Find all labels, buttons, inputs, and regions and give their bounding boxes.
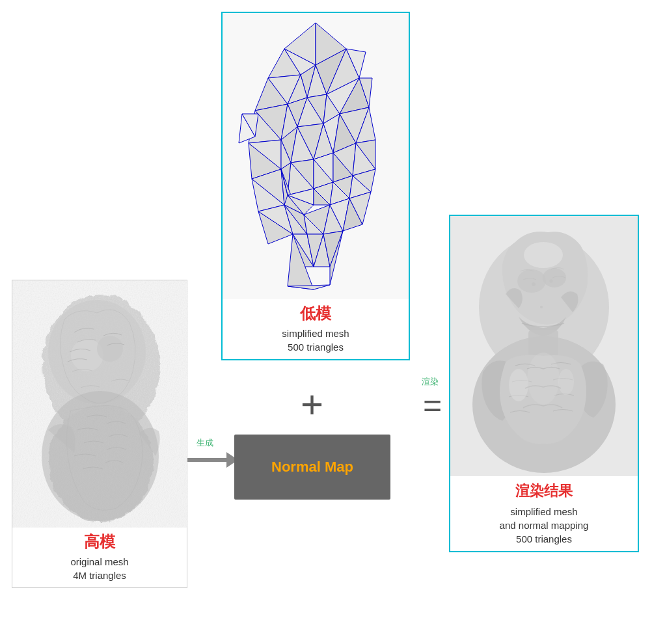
normal-map-box: Normal Map: [234, 435, 390, 500]
high-poly-panel: 高模 original mesh 4M triangles: [12, 280, 187, 588]
low-poly-subtitle: simplified mesh 500 triangles: [223, 325, 409, 359]
result-subtitle: simplified mesh and normal mapping 500 t…: [450, 503, 638, 551]
high-poly-image: [12, 280, 188, 528]
high-poly-subtitle: original mesh 4M triangles: [12, 554, 187, 587]
low-poly-image: [223, 13, 409, 299]
main-canvas: 高模 original mesh 4M triangles: [0, 0, 652, 644]
result-image: [450, 216, 638, 476]
low-poly-svg: [223, 13, 409, 299]
normal-map-label: Normal Map: [271, 459, 353, 476]
svg-point-95: [550, 280, 553, 283]
svg-point-87: [517, 269, 546, 293]
render-label: 渲染: [422, 376, 439, 388]
result-svg: [450, 216, 638, 476]
equals-sign: =: [423, 389, 442, 422]
high-poly-title: 高模: [12, 528, 187, 554]
svg-point-7: [97, 336, 123, 362]
plus-sign: +: [301, 385, 323, 424]
arrow-generate: [187, 452, 238, 468]
result-panel: 渲染结果 simplified mesh and normal mapping …: [449, 215, 639, 552]
svg-point-5: [42, 391, 159, 521]
result-title: 渲染结果: [450, 476, 638, 503]
low-poly-title: 低模: [223, 299, 409, 325]
svg-point-92: [558, 369, 574, 395]
low-poly-panel: 低模 simplified mesh 500 triangles: [221, 12, 410, 360]
svg-point-91: [509, 369, 528, 401]
high-poly-svg: [12, 280, 188, 528]
svg-point-88: [543, 268, 566, 288]
arrow-shaft: [187, 458, 226, 462]
generate-label: 生成: [197, 437, 213, 449]
svg-point-93: [527, 353, 560, 405]
svg-point-94: [532, 282, 536, 286]
svg-point-89: [524, 242, 563, 268]
svg-point-96: [540, 306, 543, 308]
